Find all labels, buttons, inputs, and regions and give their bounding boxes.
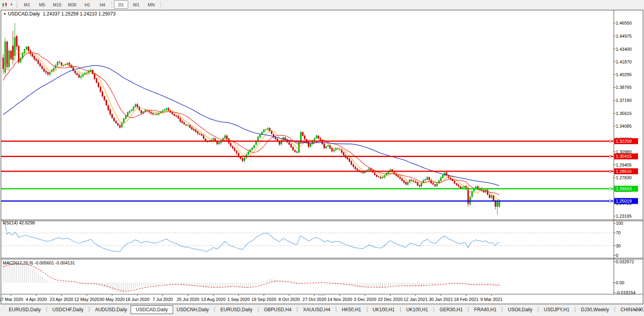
tab-separator	[297, 307, 297, 312]
tab-separator	[258, 307, 258, 312]
chart-tab-USDCHF-Daily[interactable]: USDCHF,Daily	[49, 306, 87, 314]
tab-separator	[214, 307, 215, 312]
toolbar-separator	[112, 2, 112, 8]
tab-separator	[46, 307, 47, 312]
tab-separator	[615, 307, 615, 312]
tab-scroll-right-icon[interactable]: ▸	[639, 308, 641, 312]
timeframe-button-W1[interactable]: W1	[129, 0, 143, 9]
chart-tab-EURUSD-Daily[interactable]: EURUSD,Daily	[5, 306, 44, 314]
tab-separator	[502, 307, 502, 312]
tab-separator	[367, 307, 367, 312]
timeframe-toolbar: ▼ M1M5M15M30H1H4D1W1MN	[0, 0, 644, 10]
rsi-indicator-label: RSI(14) 42.6298	[3, 220, 35, 225]
chart-tab-USDCNH-Daily[interactable]: USDCNH,Daily	[173, 306, 212, 314]
chart-tab-EURUSD-Daily[interactable]: EURUSD,Daily	[217, 306, 256, 314]
chart-tab-bar: EURUSD,DailyUSDCHF,DailyAUDUSD,DailyUSDC…	[0, 305, 644, 314]
chart-ohlc-values: 1.24337 1.25259 1.24210 1.25073	[43, 11, 116, 17]
tab-scroll-arrows: ◂ ▸	[634, 308, 644, 312]
toolbar-separator	[160, 2, 161, 8]
macd-indicator-label: MACD(12,26,9) -0.005601 -0.004131	[3, 260, 75, 265]
tab-separator	[538, 307, 538, 312]
chart-title: ▼USDCAD,Daily1.24337 1.25259 1.24210 1.2…	[3, 11, 116, 17]
timeframe-button-M15[interactable]: M15	[50, 0, 64, 9]
chart-tab-UK100-H1[interactable]: UK100,H1	[369, 306, 398, 314]
chart-tab-XAUUSD-H4[interactable]: XAUUSD,H4	[299, 306, 334, 314]
chart-symbol-period: USDCAD,Daily	[8, 11, 40, 17]
chart-tab-AUDUSD-Daily[interactable]: AUDUSD,Daily	[91, 306, 131, 314]
chevron-down-icon[interactable]: ▼	[10, 2, 13, 8]
timeframe-button-H1[interactable]: H1	[80, 0, 94, 9]
chart-tab-HK50-H1[interactable]: HK50,H1	[338, 306, 365, 314]
chart-type-icon[interactable]	[2, 1, 10, 8]
tab-separator	[89, 307, 89, 312]
tab-separator	[468, 307, 469, 312]
chart-tab-FRA40-H1[interactable]: FRA40,H1	[470, 306, 500, 314]
chart-tab-USDCAD-Daily[interactable]: USDCAD,Daily	[131, 305, 173, 314]
chart-window	[1, 10, 643, 304]
chart-tab-USOil-Daily[interactable]: USOil,Daily	[504, 306, 536, 314]
timeframe-button-MN[interactable]: MN	[144, 0, 158, 9]
chart-tab-DJ30-Weekly[interactable]: DJ30,Weekly	[577, 306, 612, 314]
collapse-triangle-icon[interactable]: ▼	[3, 12, 6, 16]
tab-separator	[400, 307, 401, 312]
timeframe-button-M1[interactable]: M1	[20, 0, 34, 9]
tab-separator	[336, 307, 336, 312]
timeframe-button-D1[interactable]: D1	[114, 0, 128, 9]
tab-separator	[575, 307, 575, 312]
chart-tab-USDJPY-H1[interactable]: USDJPY,H1	[540, 306, 573, 314]
timeframe-button-M30[interactable]: M30	[65, 0, 79, 9]
timeframe-button-M5[interactable]: M5	[35, 0, 49, 9]
chart-tab-GER30-H1[interactable]: GER30,H1	[436, 306, 466, 314]
chart-tab-UK100-H1[interactable]: UK100,H1	[403, 306, 432, 314]
chart-tab-GBPUSD-H4[interactable]: GBPUSD,H4	[260, 306, 295, 314]
tab-separator	[434, 307, 434, 312]
toolbar-grip	[16, 2, 17, 8]
timeframe-button-H4[interactable]: H4	[95, 0, 110, 9]
tab-scroll-left-icon[interactable]: ◂	[634, 308, 636, 312]
